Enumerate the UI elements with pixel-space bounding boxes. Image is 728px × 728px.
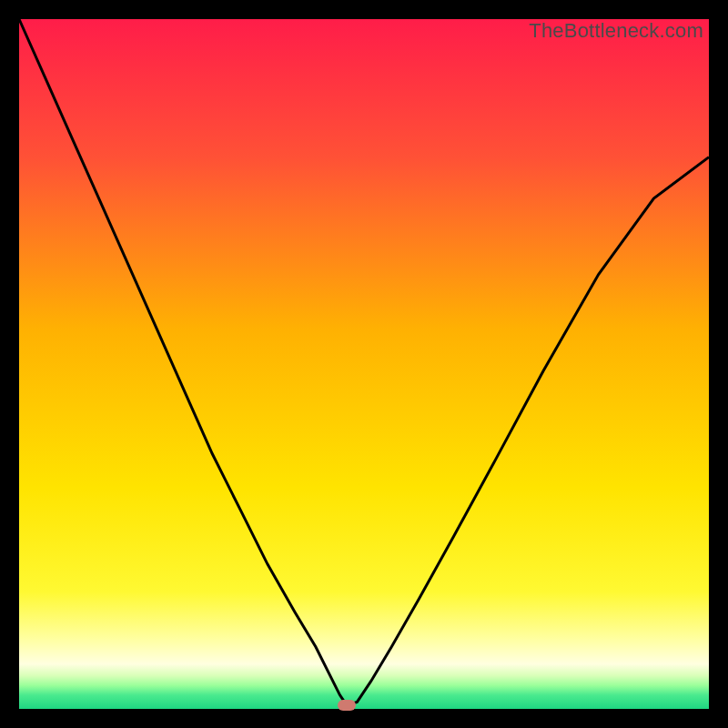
chart-frame: TheBottleneck.com	[19, 19, 709, 709]
curve-layer	[19, 19, 709, 709]
watermark-text: TheBottleneck.com	[529, 19, 703, 43]
optimum-marker	[338, 700, 356, 711]
bottleneck-curve	[19, 19, 709, 705]
